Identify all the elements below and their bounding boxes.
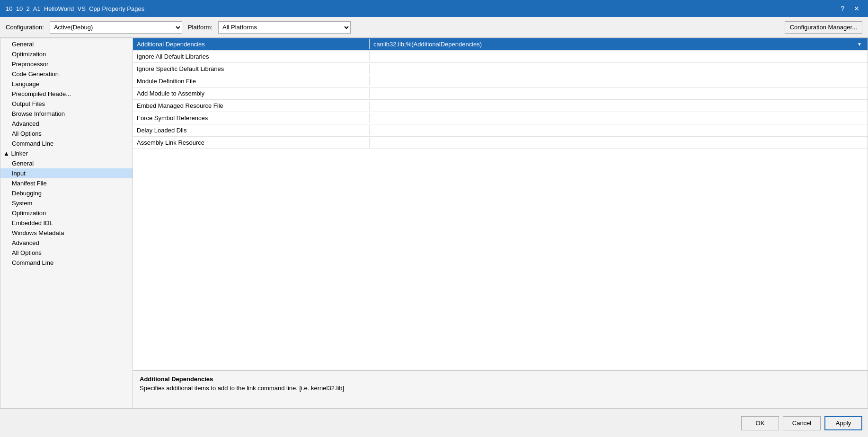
apply-button[interactable]: Apply: [824, 416, 862, 430]
sidebar-item-optimization[interactable]: Optimization: [0, 49, 133, 59]
sidebar-item-command-line-linker[interactable]: Command Line: [0, 258, 133, 268]
sidebar-item-browse-information[interactable]: Browse Information: [0, 109, 133, 119]
sidebar-item-precompiled-headers[interactable]: Precompiled Heade...: [0, 89, 133, 99]
prop-row-module-definition-file[interactable]: Module Definition File: [133, 75, 868, 87]
prop-value-additional-dependencies: canlib32.lib;%(AdditionalDependencies)▼: [370, 39, 868, 49]
prop-row-additional-dependencies[interactable]: Additional Dependenciescanlib32.lib;%(Ad…: [133, 38, 868, 51]
sidebar-item-command-line-compiler[interactable]: Command Line: [0, 139, 133, 149]
prop-name-module-definition-file: Module Definition File: [133, 76, 370, 86]
prop-name-force-symbol-references: Force Symbol References: [133, 113, 370, 123]
prop-value-add-module-to-assembly: [370, 92, 868, 95]
ok-button[interactable]: OK: [741, 416, 779, 430]
sidebar-item-embedded-idl[interactable]: Embedded IDL: [0, 218, 133, 228]
right-panel: Additional Dependenciescanlib32.lib;%(Ad…: [133, 38, 868, 408]
prop-name-assembly-link-resource: Assembly Link Resource: [133, 138, 370, 148]
sidebar-item-code-generation[interactable]: Code Generation: [0, 69, 133, 79]
configuration-select[interactable]: Active(Debug): [50, 21, 182, 34]
sidebar-item-advanced-compiler[interactable]: Advanced: [0, 119, 133, 129]
prop-name-additional-dependencies: Additional Dependencies: [133, 39, 370, 49]
prop-name-delay-loaded-dlls: Delay Loaded Dlls: [133, 125, 370, 135]
dropdown-arrow-additional-dependencies[interactable]: ▼: [857, 42, 864, 47]
prop-value-force-symbol-references: [370, 117, 868, 120]
prop-value-ignore-all-default-libs: [370, 55, 868, 58]
sidebar-item-linker-general[interactable]: General: [0, 158, 133, 168]
sidebar-item-all-options-compiler[interactable]: All Options: [0, 129, 133, 139]
sidebar-item-input[interactable]: Input: [0, 168, 133, 178]
properties-table: Additional Dependenciescanlib32.lib;%(Ad…: [133, 38, 868, 370]
sidebar-item-linker[interactable]: ▲ Linker: [0, 149, 133, 158]
prop-row-embed-managed-resource-file[interactable]: Embed Managed Resource File: [133, 100, 868, 112]
bottom-buttons: OK Cancel Apply: [0, 409, 868, 437]
sidebar-item-advanced-linker[interactable]: Advanced: [0, 238, 133, 248]
prop-row-force-symbol-references[interactable]: Force Symbol References: [133, 112, 868, 124]
close-button[interactable]: ✕: [851, 5, 862, 12]
cancel-button[interactable]: Cancel: [783, 416, 821, 430]
prop-row-add-module-to-assembly[interactable]: Add Module to Assembly: [133, 87, 868, 100]
sidebar-item-manifest-file[interactable]: Manifest File: [0, 178, 133, 188]
prop-name-embed-managed-resource-file: Embed Managed Resource File: [133, 101, 370, 111]
sidebar-item-language[interactable]: Language: [0, 79, 133, 89]
title-bar-controls: ? ✕: [838, 5, 862, 12]
sidebar-item-general[interactable]: General: [0, 39, 133, 49]
sidebar-item-output-files[interactable]: Output Files: [0, 99, 133, 109]
platform-select[interactable]: All Platforms: [218, 21, 351, 34]
configuration-label: Configuration:: [6, 24, 44, 31]
description-panel: Additional Dependencies Specifies additi…: [133, 370, 868, 408]
sidebar-item-windows-metadata[interactable]: Windows Metadata: [0, 228, 133, 238]
title-bar-title: 10_10_2_A1_HelloWorld_VS_Cpp Property Pa…: [6, 5, 144, 12]
prop-name-add-module-to-assembly: Add Module to Assembly: [133, 88, 370, 98]
prop-value-ignore-specific-default-libs: [370, 68, 868, 70]
sidebar-item-all-options-linker[interactable]: All Options: [0, 248, 133, 258]
left-panel: GeneralOptimizationPreprocessorCode Gene…: [0, 38, 133, 408]
platform-label: Platform:: [188, 24, 213, 31]
prop-value-module-definition-file: [370, 80, 868, 83]
prop-value-embed-managed-resource-file: [370, 105, 868, 107]
sidebar-item-system[interactable]: System: [0, 198, 133, 208]
description-title: Additional Dependencies: [140, 376, 861, 383]
sidebar-item-optimization-linker[interactable]: Optimization: [0, 208, 133, 218]
prop-row-ignore-all-default-libs[interactable]: Ignore All Default Libraries: [133, 51, 868, 63]
prop-value-delay-loaded-dlls: [370, 129, 868, 132]
prop-row-assembly-link-resource[interactable]: Assembly Link Resource: [133, 137, 868, 149]
left-panel-inner: GeneralOptimizationPreprocessorCode Gene…: [0, 38, 133, 268]
prop-row-ignore-specific-default-libs[interactable]: Ignore Specific Default Libraries: [133, 63, 868, 75]
prop-value-assembly-link-resource: [370, 141, 868, 144]
description-text: Specifies additional items to add to the…: [140, 385, 861, 392]
sidebar-item-debugging[interactable]: Debugging: [0, 188, 133, 198]
main-area: GeneralOptimizationPreprocessorCode Gene…: [0, 38, 868, 409]
prop-name-ignore-specific-default-libs: Ignore Specific Default Libraries: [133, 64, 370, 74]
help-button[interactable]: ?: [838, 5, 847, 12]
configuration-manager-button[interactable]: Configuration Manager...: [785, 21, 862, 34]
title-bar: 10_10_2_A1_HelloWorld_VS_Cpp Property Pa…: [0, 0, 868, 17]
config-row: Configuration: Active(Debug) Platform: A…: [0, 17, 868, 38]
prop-name-ignore-all-default-libs: Ignore All Default Libraries: [133, 52, 370, 61]
prop-row-delay-loaded-dlls[interactable]: Delay Loaded Dlls: [133, 124, 868, 137]
sidebar-item-preprocessor[interactable]: Preprocessor: [0, 59, 133, 69]
